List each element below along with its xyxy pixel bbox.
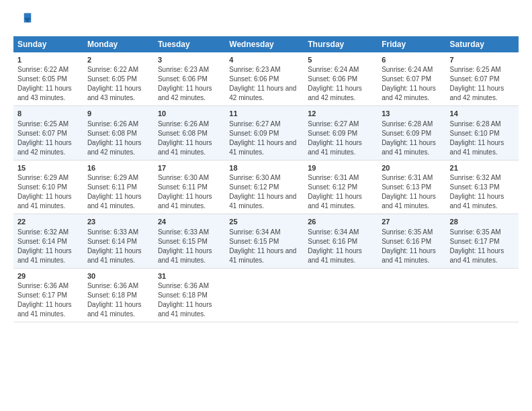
daylight: Daylight: 11 hours and 41 minutes. <box>158 138 221 157</box>
daylight: Daylight: 11 hours and 41 minutes. <box>382 192 441 211</box>
sunset: Sunset: 6:11 PM <box>87 183 150 192</box>
day-number: 17 <box>158 163 221 173</box>
sunset: Sunset: 6:06 PM <box>308 75 373 84</box>
day-number: 3 <box>158 55 221 65</box>
header-row: SundayMondayTuesdayWednesdayThursdayFrid… <box>13 36 519 52</box>
day-cell: 16Sunrise: 6:29 AMSunset: 6:11 PMDayligh… <box>83 160 154 214</box>
sunrise: Sunrise: 6:26 AM <box>87 120 150 129</box>
logo-icon <box>13 11 32 30</box>
sunrise: Sunrise: 6:30 AM <box>229 173 300 183</box>
week-row-1: 1Sunrise: 6:22 AMSunset: 6:05 PMDaylight… <box>13 52 519 106</box>
day-cell: 29Sunrise: 6:36 AMSunset: 6:17 PMDayligh… <box>13 268 83 322</box>
day-number: 23 <box>87 217 150 227</box>
sunset: Sunset: 6:13 PM <box>382 183 441 192</box>
daylight: Daylight: 11 hours and 41 minutes. <box>229 192 300 211</box>
sunrise: Sunrise: 6:28 AM <box>450 120 515 129</box>
sunrise: Sunrise: 6:29 AM <box>87 173 150 183</box>
calendar-table: SundayMondayTuesdayWednesdayThursdayFrid… <box>13 36 519 322</box>
day-cell: 4Sunrise: 6:23 AMSunset: 6:06 PMDaylight… <box>225 52 304 106</box>
day-number: 16 <box>87 163 150 173</box>
daylight: Daylight: 11 hours and 41 minutes. <box>17 300 79 319</box>
sunrise: Sunrise: 6:32 AM <box>450 173 515 183</box>
day-cell: 1Sunrise: 6:22 AMSunset: 6:05 PMDaylight… <box>13 52 83 106</box>
day-number: 10 <box>158 109 221 119</box>
day-cell: 23Sunrise: 6:33 AMSunset: 6:14 PMDayligh… <box>83 214 154 268</box>
day-cell: 14Sunrise: 6:28 AMSunset: 6:10 PMDayligh… <box>446 106 519 160</box>
sunset: Sunset: 6:07 PM <box>450 75 515 84</box>
sunset: Sunset: 6:16 PM <box>308 237 373 246</box>
sunrise: Sunrise: 6:36 AM <box>87 281 150 291</box>
sunset: Sunset: 6:18 PM <box>87 291 150 300</box>
sunrise: Sunrise: 6:33 AM <box>158 228 221 237</box>
sunrise: Sunrise: 6:31 AM <box>308 173 373 183</box>
sunrise: Sunrise: 6:36 AM <box>158 281 221 291</box>
sunset: Sunset: 6:12 PM <box>308 183 373 192</box>
day-cell: 24Sunrise: 6:33 AMSunset: 6:15 PMDayligh… <box>154 214 225 268</box>
day-number: 11 <box>229 109 300 119</box>
day-cell: 18Sunrise: 6:30 AMSunset: 6:12 PMDayligh… <box>225 160 304 214</box>
daylight: Daylight: 11 hours and 42 minutes. <box>158 84 221 103</box>
daylight: Daylight: 11 hours and 41 minutes. <box>382 138 441 157</box>
daylight: Daylight: 11 hours and 41 minutes. <box>17 246 79 265</box>
sunset: Sunset: 6:18 PM <box>158 291 221 300</box>
sunrise: Sunrise: 6:23 AM <box>229 65 300 75</box>
sunrise: Sunrise: 6:30 AM <box>158 173 221 183</box>
day-number: 21 <box>450 163 515 173</box>
day-cell <box>304 268 378 322</box>
day-cell: 26Sunrise: 6:34 AMSunset: 6:16 PMDayligh… <box>304 214 378 268</box>
daylight: Daylight: 11 hours and 41 minutes. <box>450 192 515 211</box>
day-cell: 28Sunrise: 6:35 AMSunset: 6:17 PMDayligh… <box>446 214 519 268</box>
sunset: Sunset: 6:08 PM <box>87 129 150 138</box>
day-cell: 20Sunrise: 6:31 AMSunset: 6:13 PMDayligh… <box>378 160 445 214</box>
day-number: 1 <box>17 55 79 65</box>
page: SundayMondayTuesdayWednesdayThursdayFrid… <box>0 0 532 411</box>
day-number: 9 <box>87 109 150 119</box>
daylight: Daylight: 11 hours and 41 minutes. <box>87 300 150 319</box>
header <box>13 11 519 30</box>
sunrise: Sunrise: 6:35 AM <box>382 228 441 237</box>
sunrise: Sunrise: 6:33 AM <box>87 228 150 237</box>
sunrise: Sunrise: 6:23 AM <box>158 65 221 75</box>
daylight: Daylight: 11 hours and 43 minutes. <box>87 84 150 103</box>
sunrise: Sunrise: 6:24 AM <box>308 65 373 75</box>
sunset: Sunset: 6:09 PM <box>229 129 300 138</box>
sunset: Sunset: 6:05 PM <box>87 75 150 84</box>
col-header-saturday: Saturday <box>446 36 519 52</box>
day-cell: 10Sunrise: 6:26 AMSunset: 6:08 PMDayligh… <box>154 106 225 160</box>
day-number: 15 <box>17 163 79 173</box>
day-cell: 5Sunrise: 6:24 AMSunset: 6:06 PMDaylight… <box>304 52 378 106</box>
day-cell: 6Sunrise: 6:24 AMSunset: 6:07 PMDaylight… <box>378 52 445 106</box>
sunrise: Sunrise: 6:25 AM <box>17 120 79 129</box>
day-number: 30 <box>87 271 150 281</box>
day-cell: 7Sunrise: 6:25 AMSunset: 6:07 PMDaylight… <box>446 52 519 106</box>
day-cell: 31Sunrise: 6:36 AMSunset: 6:18 PMDayligh… <box>154 268 225 322</box>
sunrise: Sunrise: 6:34 AM <box>229 228 300 237</box>
day-cell <box>446 268 519 322</box>
day-number: 2 <box>87 55 150 65</box>
sunset: Sunset: 6:12 PM <box>229 183 300 192</box>
sunset: Sunset: 6:08 PM <box>158 129 221 138</box>
daylight: Daylight: 11 hours and 41 minutes. <box>87 192 150 211</box>
day-number: 27 <box>382 217 441 227</box>
day-number: 18 <box>229 163 300 173</box>
sunset: Sunset: 6:15 PM <box>229 237 300 246</box>
sunset: Sunset: 6:17 PM <box>450 237 515 246</box>
sunrise: Sunrise: 6:36 AM <box>17 281 79 291</box>
sunset: Sunset: 6:14 PM <box>87 237 150 246</box>
sunrise: Sunrise: 6:27 AM <box>308 120 373 129</box>
daylight: Daylight: 11 hours and 41 minutes. <box>158 246 221 265</box>
col-header-sunday: Sunday <box>13 36 83 52</box>
sunset: Sunset: 6:16 PM <box>382 237 441 246</box>
week-row-3: 15Sunrise: 6:29 AMSunset: 6:10 PMDayligh… <box>13 160 519 214</box>
sunset: Sunset: 6:06 PM <box>229 75 300 84</box>
day-number: 13 <box>382 109 441 119</box>
daylight: Daylight: 11 hours and 41 minutes. <box>308 246 373 265</box>
day-cell: 11Sunrise: 6:27 AMSunset: 6:09 PMDayligh… <box>225 106 304 160</box>
daylight: Daylight: 11 hours and 41 minutes. <box>308 192 373 211</box>
daylight: Daylight: 11 hours and 41 minutes. <box>229 138 300 157</box>
day-number: 26 <box>308 217 373 227</box>
day-number: 5 <box>308 55 373 65</box>
day-cell: 9Sunrise: 6:26 AMSunset: 6:08 PMDaylight… <box>83 106 154 160</box>
day-cell: 27Sunrise: 6:35 AMSunset: 6:16 PMDayligh… <box>378 214 445 268</box>
sunrise: Sunrise: 6:31 AM <box>382 173 441 183</box>
